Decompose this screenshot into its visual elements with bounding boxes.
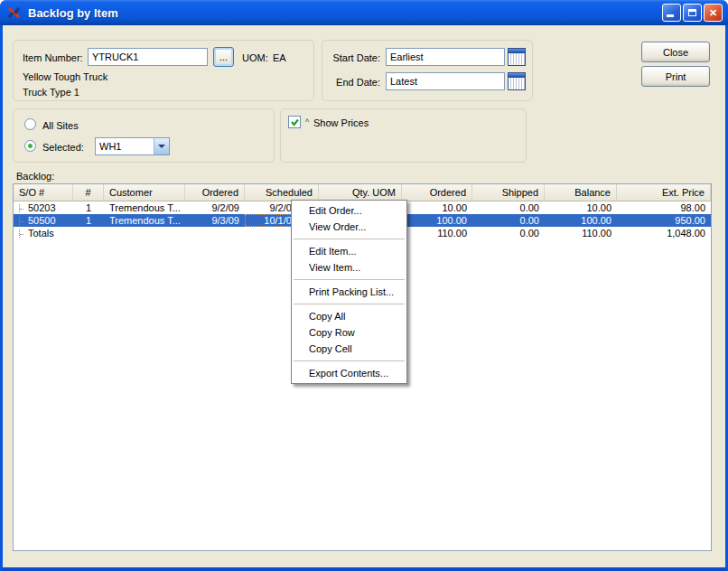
end-date-label: End Date: (326, 77, 380, 88)
minimize-button[interactable] (662, 4, 681, 22)
table-cell[interactable] (185, 227, 245, 239)
combobox-dropdown-button[interactable] (154, 138, 169, 154)
table-cell[interactable]: 10.00 (545, 201, 617, 214)
menu-item-view-item[interactable]: View Item... (292, 259, 406, 276)
show-prices-checkbox[interactable] (288, 116, 301, 128)
show-prices-label: Show Prices (313, 117, 369, 128)
print-button[interactable]: Print (641, 66, 710, 87)
table-cell[interactable]: 100.00 (545, 214, 617, 227)
backlog-label: Backlog: (16, 171, 54, 182)
menu-item-copy-all[interactable]: Copy All (292, 308, 406, 324)
column-header-balance[interactable]: Balance (545, 184, 617, 201)
calendar-grid (509, 53, 525, 65)
calendar-grid (509, 78, 525, 89)
table-cell[interactable]: 9/3/09 (185, 214, 245, 227)
column-header-s-o[interactable]: S/O # (14, 184, 73, 201)
column-header-shipped[interactable]: Shipped (472, 184, 545, 201)
table-cell[interactable]: 50203 (14, 201, 73, 214)
tree-branch-icon (19, 217, 25, 225)
start-date-label: Start Date: (326, 52, 380, 63)
tree-branch-icon (19, 229, 25, 238)
item-number-input[interactable] (88, 48, 208, 66)
item-group: Item Number: ... UOM: EA Yellow Tough Tr… (13, 40, 314, 101)
menu-item-print-packing-list[interactable]: Print Packing List... (292, 284, 406, 300)
site-combobox[interactable]: WH1 (95, 137, 170, 155)
table-cell[interactable]: 110.00 (545, 227, 617, 239)
selected-site-radio[interactable] (24, 140, 36, 152)
window-title: Backlog by Item (28, 6, 118, 20)
table-cell[interactable]: 1,048.00 (617, 227, 711, 239)
table-cell[interactable]: Totals (14, 227, 73, 239)
radio-dot-icon (28, 144, 33, 148)
window: Backlog by Item ✕ Item Number: ... UOM: … (0, 0, 728, 571)
maximize-icon (688, 9, 696, 16)
minimize-icon (667, 14, 674, 17)
table-cell[interactable]: Tremendous T... (104, 214, 185, 227)
tree-branch-icon (19, 204, 25, 212)
column-header-[interactable]: # (73, 184, 104, 201)
uom-value: EA (273, 52, 286, 63)
table-cell[interactable]: 1 (73, 201, 104, 214)
table-cell[interactable]: 9/2/09 (185, 201, 245, 214)
column-header-ext-price[interactable]: Ext. Price (617, 184, 711, 201)
item-number-label: Item Number: (23, 52, 83, 63)
start-date-input[interactable] (386, 48, 505, 66)
item-browse-button[interactable]: ... (213, 47, 234, 67)
site-combobox-value: WH1 (96, 138, 154, 154)
table-cell[interactable]: 0.00 (472, 227, 545, 239)
column-header-ordered[interactable]: Ordered (402, 184, 472, 201)
item-description-line2: Truck Type 1 (23, 87, 79, 98)
menu-separator (294, 239, 405, 239)
table-cell[interactable]: 50500 (14, 214, 73, 227)
close-icon: ✕ (709, 7, 717, 19)
end-date-calendar-button[interactable] (508, 72, 526, 90)
table-cell[interactable] (73, 227, 104, 239)
menu-item-edit-order[interactable]: Edit Order... (292, 202, 406, 219)
selected-site-label: Selected: (42, 142, 84, 153)
all-sites-radio[interactable] (24, 118, 36, 130)
titlebar-close-button[interactable]: ✕ (704, 4, 723, 22)
menu-item-view-order[interactable]: View Order... (292, 219, 406, 235)
prices-group: ^ Show Prices (280, 108, 527, 163)
start-date-calendar-button[interactable] (508, 48, 526, 66)
table-cell[interactable]: 100.00 (402, 214, 472, 227)
menu-separator (294, 279, 405, 280)
context-menu: Edit Order...View Order...Edit Item...Vi… (291, 200, 407, 384)
menu-item-export-contents[interactable]: Export Contents... (292, 365, 406, 381)
date-range-group: Start Date: End Date: (322, 40, 533, 101)
table-cell[interactable] (104, 227, 185, 239)
app-icon (7, 5, 22, 20)
table-cell[interactable]: 10.00 (402, 201, 472, 214)
table-cell[interactable]: 0.00 (472, 201, 545, 214)
close-button[interactable]: Close (641, 42, 710, 62)
table-cell[interactable]: Tremendous T... (104, 201, 185, 214)
maximize-button[interactable] (683, 4, 702, 22)
all-sites-label: All Sites (42, 120, 79, 131)
table-cell[interactable]: 98.00 (617, 201, 711, 214)
menu-separator (294, 304, 405, 304)
chevron-down-icon (158, 145, 165, 148)
menu-separator (294, 360, 405, 361)
column-header-ordered[interactable]: Ordered (185, 184, 245, 201)
titlebar[interactable]: Backlog by Item ✕ (0, 0, 728, 25)
table-cell[interactable]: 0.00 (472, 214, 545, 227)
menu-item-copy-row[interactable]: Copy Row (292, 324, 406, 341)
end-date-input[interactable] (386, 72, 505, 90)
menu-item-edit-item[interactable]: Edit Item... (292, 243, 406, 259)
item-description-line1: Yellow Tough Truck (23, 71, 107, 82)
table-cell[interactable]: 950.00 (617, 214, 711, 227)
table-cell[interactable]: 1 (73, 214, 104, 227)
menu-item-copy-cell[interactable]: Copy Cell (292, 341, 406, 357)
table-cell[interactable]: 110.00 (402, 227, 472, 239)
collapse-caret-icon[interactable]: ^ (305, 117, 309, 126)
uom-label: UOM: (242, 52, 268, 63)
sites-group: All Sites Selected: WH1 (13, 108, 275, 163)
checkmark-icon (290, 117, 300, 127)
column-header-customer[interactable]: Customer (104, 184, 185, 201)
